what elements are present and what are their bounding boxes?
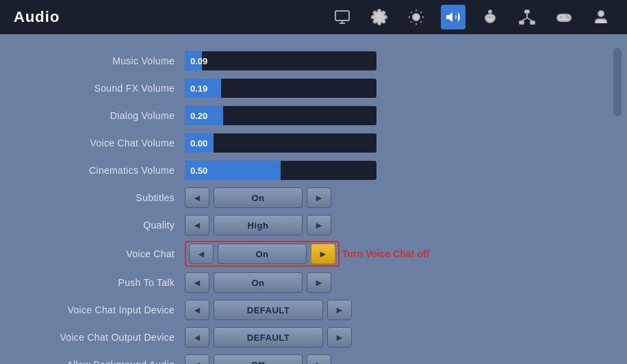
dialog-volume-slider[interactable]: 0.20 bbox=[185, 106, 376, 125]
voice-chat-left-btn[interactable]: ◄ bbox=[189, 244, 214, 264]
nav-network-icon[interactable] bbox=[515, 5, 539, 29]
push-to-talk-toggle: ◄ On ► bbox=[185, 272, 331, 293]
voice-chat-right-btn[interactable]: ► bbox=[311, 244, 335, 264]
quality-row: Quality ◄ High ► bbox=[27, 212, 600, 238]
background-audio-left-btn[interactable]: ◄ bbox=[185, 354, 209, 364]
quality-toggle: ◄ High ► bbox=[185, 215, 331, 235]
voice-chat-toggle: ◄ On ► bbox=[189, 244, 335, 264]
voice-chat-volume-slider[interactable]: 0.00 bbox=[185, 133, 376, 153]
push-to-talk-row: Push To Talk ◄ On ► bbox=[27, 270, 600, 296]
voice-output-label: Voice Chat Output Device bbox=[27, 332, 185, 343]
svg-rect-0 bbox=[335, 11, 349, 21]
push-to-talk-right-btn[interactable]: ► bbox=[307, 272, 331, 293]
voice-chat-row: Voice Chat ◄ On ► Turn Voice Chat off bbox=[27, 239, 600, 268]
nav-controller-icon[interactable] bbox=[552, 5, 576, 29]
dialog-volume-fill: 0.20 bbox=[185, 106, 223, 125]
voice-input-left-btn[interactable]: ◄ bbox=[185, 300, 209, 320]
voice-output-row: Voice Chat Output Device ◄ DEFAULT ► bbox=[27, 324, 600, 350]
sound-fx-slider[interactable]: 0.19 bbox=[185, 79, 376, 98]
voice-chat-annotation: Turn Voice Chat off bbox=[342, 248, 429, 259]
nav-gear-icon[interactable] bbox=[367, 5, 392, 29]
voice-input-row: Voice Chat Input Device ◄ DEFAULT ► bbox=[27, 297, 600, 323]
quality-right-btn[interactable]: ► bbox=[307, 215, 331, 235]
svg-point-26 bbox=[567, 17, 569, 18]
dialog-volume-row: Dialog Volume 0.20 bbox=[27, 103, 600, 129]
push-to-talk-left-btn[interactable]: ◄ bbox=[185, 272, 209, 293]
quality-value: High bbox=[214, 215, 303, 235]
voice-output-value: DEFAULT bbox=[214, 327, 323, 348]
background-audio-toggle: ◄ Off ► bbox=[185, 354, 331, 364]
svg-marker-13 bbox=[446, 12, 452, 22]
push-to-talk-label: Push To Talk bbox=[27, 277, 185, 288]
cinematics-volume-value: 0.50 bbox=[190, 166, 207, 176]
scrollbar[interactable] bbox=[613, 48, 622, 116]
background-audio-label: Allow Background Audio bbox=[27, 359, 185, 364]
nav-accessibility-icon[interactable] bbox=[478, 5, 502, 29]
sound-fx-label: Sound FX Volume bbox=[27, 83, 185, 94]
dialog-volume-label: Dialog Volume bbox=[27, 110, 185, 121]
subtitles-left-btn[interactable]: ◄ bbox=[185, 187, 209, 208]
subtitles-label: Subtitles bbox=[27, 192, 185, 203]
background-audio-right-btn[interactable]: ► bbox=[307, 354, 331, 364]
nav-monitor-icon[interactable] bbox=[330, 5, 355, 29]
subtitles-right-btn[interactable]: ► bbox=[307, 187, 331, 208]
music-volume-label: Music Volume bbox=[27, 55, 185, 66]
cinematics-volume-fill: 0.50 bbox=[185, 161, 281, 180]
background-audio-value: Off bbox=[214, 354, 303, 364]
quality-left-btn[interactable]: ◄ bbox=[185, 215, 209, 235]
voice-output-toggle: ◄ DEFAULT ► bbox=[185, 327, 352, 348]
quality-label: Quality bbox=[27, 220, 185, 231]
voice-input-toggle: ◄ DEFAULT ► bbox=[185, 300, 352, 320]
svg-point-14 bbox=[489, 10, 491, 13]
svg-line-21 bbox=[527, 18, 533, 21]
sound-fx-row: Sound FX Volume 0.19 bbox=[27, 75, 600, 101]
subtitles-row: Subtitles ◄ On ► bbox=[27, 185, 600, 211]
svg-line-7 bbox=[411, 12, 411, 12]
nav-icons bbox=[330, 5, 613, 29]
voice-chat-label: Voice Chat bbox=[27, 248, 185, 259]
voice-chat-volume-label: Voice Chat Volume bbox=[27, 138, 185, 148]
voice-output-left-btn[interactable]: ◄ bbox=[185, 327, 209, 348]
voice-input-label: Voice Chat Input Device bbox=[27, 304, 185, 315]
music-volume-value: 0.09 bbox=[190, 56, 207, 66]
subtitles-toggle: ◄ On ► bbox=[185, 187, 331, 208]
voice-output-right-btn[interactable]: ► bbox=[327, 327, 352, 348]
nav-brightness-icon[interactable] bbox=[404, 5, 428, 29]
svg-line-8 bbox=[420, 21, 421, 22]
svg-point-4 bbox=[413, 14, 420, 21]
sound-fx-fill: 0.19 bbox=[185, 79, 221, 98]
music-volume-fill: 0.09 bbox=[185, 51, 202, 70]
settings-panel: Music Volume 0.09 Sound FX Volume 0.19 D… bbox=[0, 34, 627, 364]
voice-chat-highlighted-group: ◄ On ► bbox=[185, 241, 340, 267]
voice-input-right-btn[interactable]: ► bbox=[327, 300, 352, 320]
cinematics-volume-row: Cinematics Volume 0.50 bbox=[27, 157, 600, 183]
svg-line-12 bbox=[420, 12, 421, 12]
voice-chat-value: On bbox=[218, 244, 307, 264]
svg-line-20 bbox=[522, 18, 527, 21]
svg-rect-17 bbox=[520, 21, 524, 24]
music-volume-slider[interactable]: 0.09 bbox=[185, 51, 376, 70]
sound-fx-value: 0.19 bbox=[190, 83, 207, 94]
subtitles-value: On bbox=[214, 187, 303, 208]
cinematics-volume-slider[interactable]: 0.50 bbox=[185, 161, 376, 180]
music-volume-row: Music Volume 0.09 bbox=[27, 48, 600, 74]
svg-point-27 bbox=[598, 11, 604, 16]
voice-chat-volume-value: 0.00 bbox=[190, 138, 207, 148]
cinematics-volume-label: Cinematics Volume bbox=[27, 165, 185, 176]
voice-chat-volume-fill: 0.00 bbox=[185, 133, 214, 153]
svg-rect-18 bbox=[530, 21, 535, 24]
background-audio-row: Allow Background Audio ◄ Off ► bbox=[27, 352, 600, 364]
svg-rect-16 bbox=[525, 10, 529, 13]
voice-chat-volume-row: Voice Chat Volume 0.00 bbox=[27, 130, 600, 156]
dialog-volume-value: 0.20 bbox=[190, 111, 207, 121]
topbar: Audio bbox=[0, 0, 627, 34]
svg-line-11 bbox=[411, 21, 411, 22]
voice-input-value: DEFAULT bbox=[214, 300, 323, 320]
nav-audio-icon[interactable] bbox=[441, 5, 465, 29]
nav-user-icon[interactable] bbox=[589, 5, 613, 29]
page-title: Audio bbox=[14, 8, 330, 26]
push-to-talk-value: On bbox=[214, 272, 303, 293]
